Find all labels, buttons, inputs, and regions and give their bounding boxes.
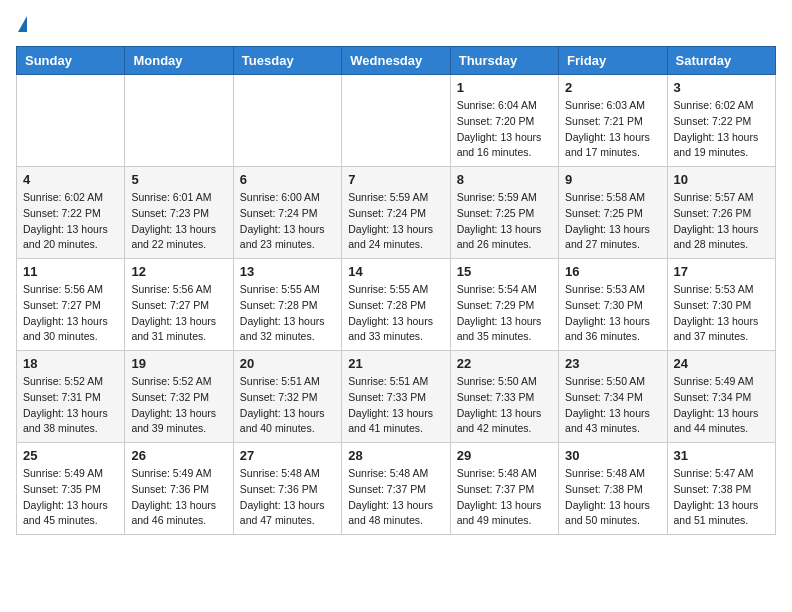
calendar-cell: 23Sunrise: 5:50 AM Sunset: 7:34 PM Dayli… — [559, 351, 667, 443]
day-number: 19 — [131, 356, 226, 371]
calendar-cell: 11Sunrise: 5:56 AM Sunset: 7:27 PM Dayli… — [17, 259, 125, 351]
calendar-cell: 27Sunrise: 5:48 AM Sunset: 7:36 PM Dayli… — [233, 443, 341, 535]
day-info: Sunrise: 5:53 AM Sunset: 7:30 PM Dayligh… — [674, 282, 769, 345]
day-info: Sunrise: 5:47 AM Sunset: 7:38 PM Dayligh… — [674, 466, 769, 529]
calendar-week-row: 4Sunrise: 6:02 AM Sunset: 7:22 PM Daylig… — [17, 167, 776, 259]
day-number: 1 — [457, 80, 552, 95]
day-number: 12 — [131, 264, 226, 279]
day-info: Sunrise: 5:59 AM Sunset: 7:25 PM Dayligh… — [457, 190, 552, 253]
calendar-header-row: SundayMondayTuesdayWednesdayThursdayFrid… — [17, 47, 776, 75]
day-info: Sunrise: 5:48 AM Sunset: 7:38 PM Dayligh… — [565, 466, 660, 529]
day-info: Sunrise: 5:50 AM Sunset: 7:34 PM Dayligh… — [565, 374, 660, 437]
calendar-week-row: 25Sunrise: 5:49 AM Sunset: 7:35 PM Dayli… — [17, 443, 776, 535]
day-info: Sunrise: 5:50 AM Sunset: 7:33 PM Dayligh… — [457, 374, 552, 437]
day-number: 22 — [457, 356, 552, 371]
calendar-cell: 24Sunrise: 5:49 AM Sunset: 7:34 PM Dayli… — [667, 351, 775, 443]
calendar-cell: 25Sunrise: 5:49 AM Sunset: 7:35 PM Dayli… — [17, 443, 125, 535]
calendar-cell: 8Sunrise: 5:59 AM Sunset: 7:25 PM Daylig… — [450, 167, 558, 259]
day-number: 28 — [348, 448, 443, 463]
logo-triangle-icon — [18, 16, 27, 32]
calendar-cell: 13Sunrise: 5:55 AM Sunset: 7:28 PM Dayli… — [233, 259, 341, 351]
day-info: Sunrise: 5:54 AM Sunset: 7:29 PM Dayligh… — [457, 282, 552, 345]
day-info: Sunrise: 6:02 AM Sunset: 7:22 PM Dayligh… — [23, 190, 118, 253]
weekday-header-sunday: Sunday — [17, 47, 125, 75]
day-info: Sunrise: 5:48 AM Sunset: 7:37 PM Dayligh… — [348, 466, 443, 529]
day-info: Sunrise: 5:57 AM Sunset: 7:26 PM Dayligh… — [674, 190, 769, 253]
calendar-cell: 22Sunrise: 5:50 AM Sunset: 7:33 PM Dayli… — [450, 351, 558, 443]
calendar-cell: 31Sunrise: 5:47 AM Sunset: 7:38 PM Dayli… — [667, 443, 775, 535]
day-number: 14 — [348, 264, 443, 279]
day-number: 2 — [565, 80, 660, 95]
calendar-cell: 20Sunrise: 5:51 AM Sunset: 7:32 PM Dayli… — [233, 351, 341, 443]
day-info: Sunrise: 6:04 AM Sunset: 7:20 PM Dayligh… — [457, 98, 552, 161]
calendar-cell: 2Sunrise: 6:03 AM Sunset: 7:21 PM Daylig… — [559, 75, 667, 167]
day-number: 6 — [240, 172, 335, 187]
calendar-cell: 26Sunrise: 5:49 AM Sunset: 7:36 PM Dayli… — [125, 443, 233, 535]
page-header — [16, 16, 776, 34]
day-number: 3 — [674, 80, 769, 95]
day-info: Sunrise: 5:56 AM Sunset: 7:27 PM Dayligh… — [131, 282, 226, 345]
calendar-cell: 15Sunrise: 5:54 AM Sunset: 7:29 PM Dayli… — [450, 259, 558, 351]
day-number: 4 — [23, 172, 118, 187]
day-info: Sunrise: 5:49 AM Sunset: 7:35 PM Dayligh… — [23, 466, 118, 529]
weekday-header-friday: Friday — [559, 47, 667, 75]
day-info: Sunrise: 6:02 AM Sunset: 7:22 PM Dayligh… — [674, 98, 769, 161]
day-number: 7 — [348, 172, 443, 187]
day-number: 29 — [457, 448, 552, 463]
day-number: 16 — [565, 264, 660, 279]
day-info: Sunrise: 6:03 AM Sunset: 7:21 PM Dayligh… — [565, 98, 660, 161]
calendar-cell: 19Sunrise: 5:52 AM Sunset: 7:32 PM Dayli… — [125, 351, 233, 443]
calendar-cell: 4Sunrise: 6:02 AM Sunset: 7:22 PM Daylig… — [17, 167, 125, 259]
day-info: Sunrise: 5:52 AM Sunset: 7:32 PM Dayligh… — [131, 374, 226, 437]
calendar-cell: 21Sunrise: 5:51 AM Sunset: 7:33 PM Dayli… — [342, 351, 450, 443]
calendar-cell: 9Sunrise: 5:58 AM Sunset: 7:25 PM Daylig… — [559, 167, 667, 259]
day-number: 23 — [565, 356, 660, 371]
day-info: Sunrise: 5:48 AM Sunset: 7:37 PM Dayligh… — [457, 466, 552, 529]
day-number: 5 — [131, 172, 226, 187]
calendar-cell: 1Sunrise: 6:04 AM Sunset: 7:20 PM Daylig… — [450, 75, 558, 167]
day-number: 30 — [565, 448, 660, 463]
weekday-header-monday: Monday — [125, 47, 233, 75]
calendar-cell — [342, 75, 450, 167]
day-number: 20 — [240, 356, 335, 371]
day-info: Sunrise: 5:58 AM Sunset: 7:25 PM Dayligh… — [565, 190, 660, 253]
day-number: 9 — [565, 172, 660, 187]
day-info: Sunrise: 5:49 AM Sunset: 7:36 PM Dayligh… — [131, 466, 226, 529]
calendar-cell: 12Sunrise: 5:56 AM Sunset: 7:27 PM Dayli… — [125, 259, 233, 351]
day-number: 10 — [674, 172, 769, 187]
calendar-cell: 5Sunrise: 6:01 AM Sunset: 7:23 PM Daylig… — [125, 167, 233, 259]
day-info: Sunrise: 5:56 AM Sunset: 7:27 PM Dayligh… — [23, 282, 118, 345]
calendar-cell: 28Sunrise: 5:48 AM Sunset: 7:37 PM Dayli… — [342, 443, 450, 535]
day-number: 25 — [23, 448, 118, 463]
day-info: Sunrise: 5:52 AM Sunset: 7:31 PM Dayligh… — [23, 374, 118, 437]
day-number: 8 — [457, 172, 552, 187]
day-number: 18 — [23, 356, 118, 371]
day-number: 17 — [674, 264, 769, 279]
day-number: 21 — [348, 356, 443, 371]
calendar-week-row: 1Sunrise: 6:04 AM Sunset: 7:20 PM Daylig… — [17, 75, 776, 167]
day-number: 24 — [674, 356, 769, 371]
day-number: 11 — [23, 264, 118, 279]
day-info: Sunrise: 5:53 AM Sunset: 7:30 PM Dayligh… — [565, 282, 660, 345]
day-number: 13 — [240, 264, 335, 279]
calendar-cell: 18Sunrise: 5:52 AM Sunset: 7:31 PM Dayli… — [17, 351, 125, 443]
weekday-header-saturday: Saturday — [667, 47, 775, 75]
day-number: 15 — [457, 264, 552, 279]
day-number: 27 — [240, 448, 335, 463]
day-info: Sunrise: 6:00 AM Sunset: 7:24 PM Dayligh… — [240, 190, 335, 253]
day-info: Sunrise: 6:01 AM Sunset: 7:23 PM Dayligh… — [131, 190, 226, 253]
day-info: Sunrise: 5:59 AM Sunset: 7:24 PM Dayligh… — [348, 190, 443, 253]
day-info: Sunrise: 5:51 AM Sunset: 7:32 PM Dayligh… — [240, 374, 335, 437]
weekday-header-wednesday: Wednesday — [342, 47, 450, 75]
logo — [16, 16, 27, 34]
calendar-cell: 29Sunrise: 5:48 AM Sunset: 7:37 PM Dayli… — [450, 443, 558, 535]
calendar-cell: 17Sunrise: 5:53 AM Sunset: 7:30 PM Dayli… — [667, 259, 775, 351]
calendar-cell: 3Sunrise: 6:02 AM Sunset: 7:22 PM Daylig… — [667, 75, 775, 167]
calendar-week-row: 18Sunrise: 5:52 AM Sunset: 7:31 PM Dayli… — [17, 351, 776, 443]
calendar-cell: 14Sunrise: 5:55 AM Sunset: 7:28 PM Dayli… — [342, 259, 450, 351]
calendar-week-row: 11Sunrise: 5:56 AM Sunset: 7:27 PM Dayli… — [17, 259, 776, 351]
calendar-cell: 16Sunrise: 5:53 AM Sunset: 7:30 PM Dayli… — [559, 259, 667, 351]
day-info: Sunrise: 5:49 AM Sunset: 7:34 PM Dayligh… — [674, 374, 769, 437]
weekday-header-thursday: Thursday — [450, 47, 558, 75]
day-number: 31 — [674, 448, 769, 463]
